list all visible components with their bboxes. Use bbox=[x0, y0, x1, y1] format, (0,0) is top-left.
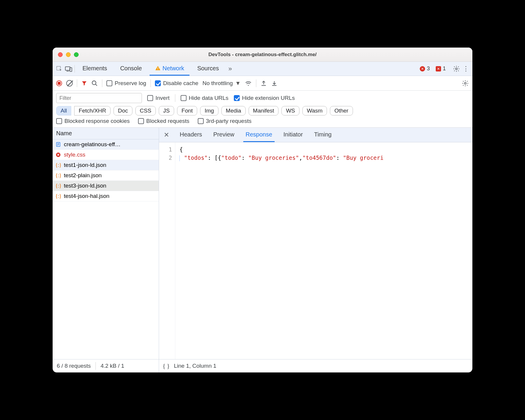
tab-label: Sources bbox=[197, 65, 219, 72]
detail-tab-timing[interactable]: Timing bbox=[312, 128, 334, 142]
hide-data-urls-label: Hide data URLs bbox=[189, 95, 229, 101]
settings-icon[interactable] bbox=[453, 65, 460, 72]
request-list: cream-gelatinous-eff…style.css{:}test1-j… bbox=[53, 139, 159, 359]
zoom-window[interactable] bbox=[74, 52, 79, 57]
search-icon[interactable] bbox=[91, 80, 98, 87]
type-pill-fetch[interactable]: Fetch/XHR bbox=[74, 106, 111, 115]
throttling-select[interactable]: No throttling ▼ bbox=[202, 80, 241, 87]
upload-icon[interactable] bbox=[260, 80, 267, 87]
more-tabs-icon[interactable]: » bbox=[227, 65, 234, 72]
download-icon[interactable] bbox=[271, 80, 278, 87]
request-list-header[interactable]: Name bbox=[53, 128, 159, 139]
panel-tabs: Elements Console Network Sources » ✕ 3 ✕… bbox=[53, 62, 472, 76]
third-party-label: 3rd-party requests bbox=[206, 118, 252, 124]
code-token: "todos" bbox=[184, 154, 208, 161]
tab-sources[interactable]: Sources bbox=[192, 62, 224, 76]
network-settings-icon[interactable] bbox=[462, 80, 469, 87]
error-number: 3 bbox=[427, 66, 430, 72]
record-button[interactable] bbox=[56, 80, 62, 86]
signal-icon[interactable] bbox=[245, 80, 252, 87]
detail-tabs: ✕ Headers Preview Response Initiator Tim… bbox=[159, 128, 472, 142]
invert-label: Invert bbox=[155, 95, 170, 101]
type-pill-css[interactable]: CSS bbox=[135, 106, 156, 115]
third-party-toggle[interactable]: 3rd-party requests bbox=[198, 118, 252, 124]
bad-icon bbox=[56, 152, 61, 157]
response-code[interactable]: 1 2 { "todos": [{"todo": "Buy groceries"… bbox=[159, 142, 472, 359]
detail-tab-response[interactable]: Response bbox=[243, 128, 275, 142]
minimize-window[interactable] bbox=[66, 52, 71, 57]
line-number: 2 bbox=[159, 154, 172, 162]
close-window[interactable] bbox=[58, 52, 63, 57]
device-toggle-icon[interactable] bbox=[65, 65, 72, 72]
status-bar: 6 / 8 requests 4.2 kB / 1 { } Line 1, Co… bbox=[53, 359, 472, 372]
cursor-position: Line 1, Column 1 bbox=[174, 363, 216, 369]
detail-tab-initiator[interactable]: Initiator bbox=[281, 128, 305, 142]
inspect-icon[interactable] bbox=[56, 65, 63, 72]
type-pill-img[interactable]: Img bbox=[200, 106, 218, 115]
code-body: { "todos": [{"todo": "Buy groceries","to… bbox=[175, 142, 383, 359]
tab-elements[interactable]: Elements bbox=[77, 62, 112, 76]
json-icon: {:} bbox=[56, 183, 61, 188]
type-pill-wasm[interactable]: Wasm bbox=[302, 106, 327, 115]
filter-input[interactable] bbox=[56, 93, 142, 103]
tab-label: Elements bbox=[82, 65, 107, 72]
disable-cache-label: Disable cache bbox=[163, 80, 198, 87]
titlebar: DevTools - cream-gelatinous-effect.glitc… bbox=[53, 48, 472, 62]
svg-point-7 bbox=[248, 85, 249, 86]
code-token: "to4567do" bbox=[302, 154, 336, 161]
type-pill-font[interactable]: Font bbox=[177, 106, 197, 115]
code-token: : [ bbox=[208, 154, 218, 161]
tab-label: Console bbox=[120, 65, 142, 72]
hide-extension-urls-toggle[interactable]: Hide extension URLs bbox=[234, 95, 295, 101]
blocked-requests-label: Blocked requests bbox=[146, 118, 189, 124]
request-row[interactable]: cream-gelatinous-eff… bbox=[53, 139, 159, 150]
warning-icon bbox=[155, 65, 161, 71]
request-row[interactable]: {:}test2-plain.json bbox=[53, 170, 159, 181]
error-count[interactable]: ✕ 3 bbox=[418, 66, 432, 72]
code-token: { bbox=[218, 154, 221, 161]
type-pill-media[interactable]: Media bbox=[221, 106, 246, 115]
detail-tab-preview[interactable]: Preview bbox=[211, 128, 237, 142]
request-row[interactable]: {:}test1-json-ld.json bbox=[53, 160, 159, 170]
error-icon: ✕ bbox=[420, 66, 425, 71]
tab-network[interactable]: Network bbox=[150, 62, 189, 76]
network-controls: Preserve log Disable cache No throttling… bbox=[53, 76, 472, 91]
disable-cache-toggle[interactable]: Disable cache bbox=[155, 80, 198, 87]
blocked-requests-toggle[interactable]: Blocked requests bbox=[138, 118, 189, 124]
kebab-icon[interactable]: ⋮ bbox=[462, 65, 469, 72]
type-pill-manifest[interactable]: Manifest bbox=[249, 106, 279, 115]
svg-rect-4 bbox=[158, 69, 158, 70]
request-count: 6 / 8 requests bbox=[57, 363, 91, 369]
request-row[interactable]: {:}test4-json-hal.json bbox=[53, 191, 159, 201]
tab-console[interactable]: Console bbox=[115, 62, 147, 76]
request-name: style.css bbox=[64, 152, 85, 158]
issue-number: 1 bbox=[443, 66, 446, 72]
hide-ext-urls-label: Hide extension URLs bbox=[242, 95, 295, 101]
throttling-value: No throttling bbox=[202, 80, 233, 87]
line-number: 1 bbox=[159, 145, 172, 154]
braces-icon[interactable]: { } bbox=[163, 363, 170, 369]
request-row[interactable]: style.css bbox=[53, 150, 159, 160]
preserve-log-toggle[interactable]: Preserve log bbox=[106, 80, 146, 87]
detail-panel: ✕ Headers Preview Response Initiator Tim… bbox=[159, 128, 472, 359]
invert-toggle[interactable]: Invert bbox=[147, 95, 170, 101]
blocked-cookies-toggle[interactable]: Blocked response cookies bbox=[56, 118, 130, 124]
filter-toggle-icon[interactable] bbox=[81, 80, 87, 86]
clear-button[interactable] bbox=[66, 80, 73, 87]
request-row[interactable]: {:}test3-json-ld.json bbox=[53, 181, 159, 191]
issue-count[interactable]: ✕ 1 bbox=[434, 66, 448, 72]
code-token: : bbox=[336, 154, 343, 161]
detail-tab-headers[interactable]: Headers bbox=[177, 128, 205, 142]
close-detail-icon[interactable]: ✕ bbox=[162, 131, 171, 139]
svg-point-6 bbox=[92, 81, 96, 84]
hide-data-urls-toggle[interactable]: Hide data URLs bbox=[181, 95, 229, 101]
request-name: test2-plain.json bbox=[64, 172, 102, 179]
type-pill-all[interactable]: All bbox=[56, 106, 71, 115]
type-pill-doc[interactable]: Doc bbox=[114, 106, 132, 115]
type-pill-ws[interactable]: WS bbox=[281, 106, 299, 115]
type-pill-js[interactable]: JS bbox=[159, 106, 174, 115]
issue-icon: ✕ bbox=[436, 66, 441, 71]
type-pill-other[interactable]: Other bbox=[330, 106, 353, 115]
code-token: : bbox=[242, 154, 248, 161]
svg-rect-3 bbox=[158, 68, 158, 69]
